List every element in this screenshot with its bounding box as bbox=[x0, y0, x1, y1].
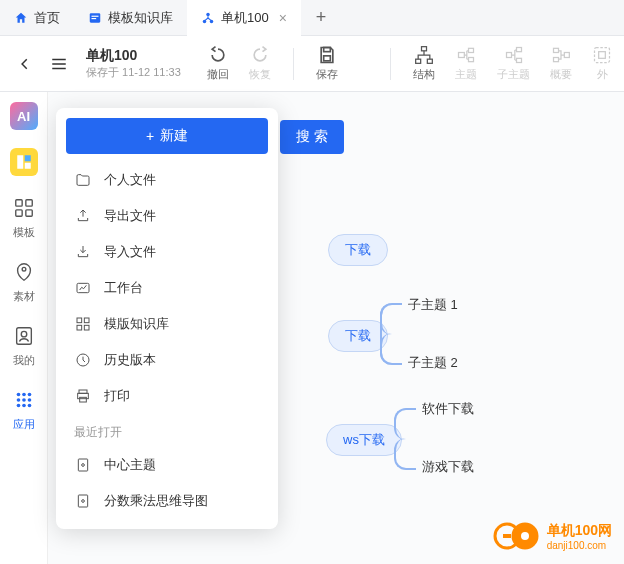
mindmap-leaf[interactable]: 游戏下载 bbox=[422, 458, 474, 476]
new-button[interactable]: + 新建 bbox=[66, 118, 268, 154]
tab-library[interactable]: 模板知识库 bbox=[74, 0, 187, 36]
mindmap-node[interactable]: 下载 bbox=[328, 320, 388, 352]
tab-label: 单机100 bbox=[221, 9, 269, 27]
svg-rect-48 bbox=[77, 325, 82, 330]
menu-label: 导入文件 bbox=[104, 243, 156, 261]
close-icon[interactable]: × bbox=[279, 10, 287, 26]
mindmap-node[interactable]: 下载 bbox=[328, 234, 388, 266]
menu-label: 导出文件 bbox=[104, 207, 156, 225]
menu-workbench[interactable]: 工作台 bbox=[66, 270, 268, 306]
menu-recent-item[interactable]: 中心主题 bbox=[66, 447, 268, 483]
undo-icon bbox=[208, 45, 228, 65]
outer-label: 外 bbox=[597, 67, 608, 82]
menu-label: 中心主题 bbox=[104, 456, 156, 474]
menu-history[interactable]: 历史版本 bbox=[66, 342, 268, 378]
svg-point-57 bbox=[82, 500, 85, 503]
my-icon bbox=[10, 322, 38, 350]
svg-rect-12 bbox=[469, 48, 474, 52]
mindmap-leaf[interactable]: 子主题 1 bbox=[408, 296, 458, 314]
svg-rect-18 bbox=[554, 58, 559, 62]
svg-rect-25 bbox=[15, 200, 21, 206]
svg-rect-8 bbox=[422, 47, 427, 51]
subtheme-icon bbox=[504, 45, 524, 65]
doc-icon bbox=[74, 492, 92, 510]
svg-point-31 bbox=[21, 331, 27, 337]
svg-rect-10 bbox=[427, 59, 432, 63]
rail-assets[interactable]: 素材 bbox=[10, 258, 38, 304]
menu-label: 模版知识库 bbox=[104, 315, 169, 333]
svg-rect-1 bbox=[92, 15, 99, 16]
menu-label: 分数乘法思维导图 bbox=[104, 492, 208, 510]
menu-export[interactable]: 导出文件 bbox=[66, 198, 268, 234]
summary-label: 概要 bbox=[550, 67, 572, 82]
outer-button[interactable]: 外 bbox=[584, 41, 612, 86]
mindmap-leaf[interactable]: 软件下载 bbox=[422, 400, 474, 418]
title-block: 单机100 保存于 11-12 11:33 bbox=[86, 47, 181, 80]
redo-button[interactable]: 恢复 bbox=[241, 41, 279, 86]
mindmap-leaf[interactable]: 子主题 2 bbox=[408, 354, 458, 372]
redo-label: 恢复 bbox=[249, 67, 271, 82]
rail-templates[interactable]: 模板 bbox=[10, 194, 38, 240]
svg-rect-49 bbox=[84, 325, 89, 330]
menu-label: 打印 bbox=[104, 387, 130, 405]
tab-home[interactable]: 首页 bbox=[0, 0, 74, 36]
svg-rect-54 bbox=[78, 459, 87, 471]
svg-rect-16 bbox=[516, 58, 521, 62]
mindmap-node[interactable]: ws下载 bbox=[326, 424, 402, 456]
left-rail: AI 模板 素材 我的 bbox=[0, 92, 48, 564]
menu-print[interactable]: 打印 bbox=[66, 378, 268, 414]
svg-rect-17 bbox=[554, 48, 559, 52]
svg-point-36 bbox=[22, 398, 26, 402]
tab-bar: 首页 模板知识库 单机100 × + bbox=[0, 0, 624, 36]
menu-import[interactable]: 导入文件 bbox=[66, 234, 268, 270]
svg-rect-26 bbox=[25, 200, 31, 206]
plus-icon: + bbox=[146, 128, 154, 144]
svg-point-39 bbox=[22, 404, 26, 408]
svg-rect-11 bbox=[459, 53, 465, 58]
menu-template-library[interactable]: 模版知识库 bbox=[66, 306, 268, 342]
rail-apps[interactable]: 应用 bbox=[10, 386, 38, 432]
subtheme-button[interactable]: 子主题 bbox=[489, 41, 538, 86]
layout-icon bbox=[10, 148, 38, 176]
summary-button[interactable]: 概要 bbox=[542, 41, 580, 86]
svg-rect-46 bbox=[77, 318, 82, 323]
menu-personal-files[interactable]: 个人文件 bbox=[66, 162, 268, 198]
theme-icon bbox=[456, 45, 476, 65]
rail-layout[interactable] bbox=[10, 148, 38, 176]
redo-icon bbox=[250, 45, 270, 65]
export-icon bbox=[74, 207, 92, 225]
workbench-icon bbox=[74, 279, 92, 297]
rail-assets-label: 素材 bbox=[13, 289, 35, 304]
tab-label: 首页 bbox=[34, 9, 60, 27]
add-tab-button[interactable]: + bbox=[307, 4, 335, 32]
rail-ai[interactable]: AI bbox=[10, 102, 38, 130]
new-label: 新建 bbox=[160, 127, 188, 145]
folder-icon bbox=[74, 171, 92, 189]
undo-label: 撤回 bbox=[207, 67, 229, 82]
tab-doc[interactable]: 单机100 × bbox=[187, 0, 301, 36]
history-icon bbox=[74, 351, 92, 369]
rail-my[interactable]: 我的 bbox=[10, 322, 38, 368]
svg-point-33 bbox=[22, 393, 26, 397]
svg-rect-14 bbox=[506, 53, 511, 58]
svg-rect-9 bbox=[416, 59, 421, 63]
library-icon bbox=[88, 11, 102, 25]
file-menu-dropdown: + 新建 个人文件 导出文件 导入文件 工作台 模版知识库 历史版本 打印 最近… bbox=[56, 108, 278, 529]
menu-label: 个人文件 bbox=[104, 171, 156, 189]
structure-button[interactable]: 结构 bbox=[405, 41, 443, 86]
back-button[interactable] bbox=[12, 49, 38, 79]
save-button[interactable]: 保存 bbox=[308, 41, 346, 86]
structure-icon bbox=[414, 45, 434, 65]
rail-my-label: 我的 bbox=[13, 353, 35, 368]
svg-point-40 bbox=[27, 404, 31, 408]
branch-line bbox=[394, 438, 416, 470]
menu-button[interactable] bbox=[42, 49, 76, 79]
doc-icon bbox=[74, 456, 92, 474]
svg-rect-27 bbox=[15, 210, 21, 216]
menu-recent-item[interactable]: 分数乘法思维导图 bbox=[66, 483, 268, 519]
home-icon bbox=[14, 11, 28, 25]
search-button[interactable]: 搜 索 bbox=[280, 120, 344, 154]
theme-button[interactable]: 主题 bbox=[447, 41, 485, 86]
undo-button[interactable]: 撤回 bbox=[199, 41, 237, 86]
svg-rect-7 bbox=[323, 56, 330, 61]
